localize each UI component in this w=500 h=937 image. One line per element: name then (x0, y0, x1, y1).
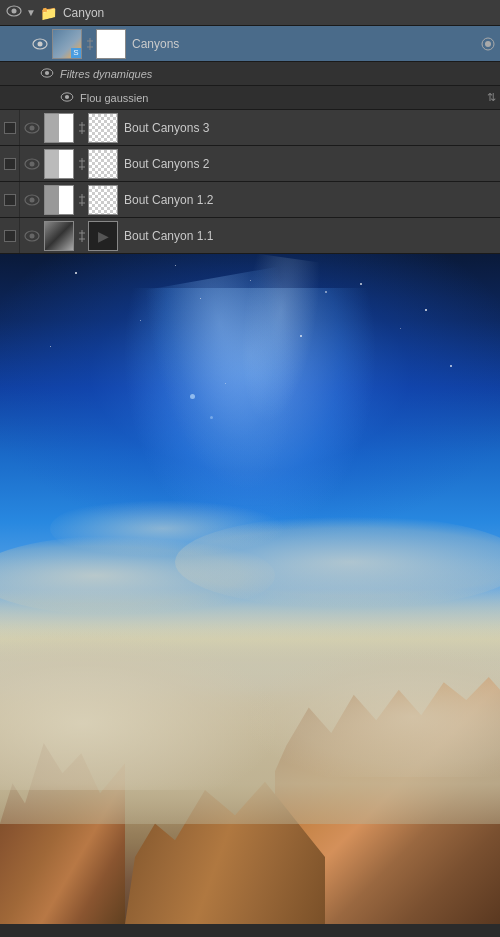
layer-group-header[interactable]: ▼ 📁 Canyon (0, 0, 500, 26)
moon-2 (210, 416, 213, 419)
layer-name-canyons: Canyons (128, 37, 476, 51)
layer-link-icon-canyons (84, 38, 96, 50)
layer-eye-canyon12[interactable] (20, 182, 44, 217)
svg-point-15 (30, 197, 35, 202)
layer-mask-thumbnail-canyons (96, 29, 126, 59)
gaussian-blur-eye[interactable] (60, 91, 74, 105)
layer-eye-canyon11[interactable] (20, 218, 44, 253)
layer-link-bout3 (76, 122, 88, 134)
layer-mask-bout2 (88, 149, 118, 179)
checkbox-box-canyon11[interactable] (4, 230, 16, 242)
layers-panel: ▼ 📁 Canyon S Canyons (0, 0, 500, 254)
layer-checkbox-bout3[interactable] (0, 110, 20, 145)
layer-name-bout3: Bout Canyons 3 (120, 121, 500, 135)
svg-point-17 (30, 233, 35, 238)
group-expand-triangle[interactable]: ▼ (26, 7, 36, 18)
layer-mask-canyon11: ▶ (88, 221, 118, 251)
moon-1 (190, 394, 195, 399)
layer-eye-bout3[interactable] (20, 110, 44, 145)
checkbox-box-bout2[interactable] (4, 158, 16, 170)
layer-name-canyon12: Bout Canyon 1.2 (120, 193, 500, 207)
layer-thumb-bout2 (44, 149, 74, 179)
cloud-bank-right (250, 643, 500, 777)
gaussian-blur-row[interactable]: Flou gaussien ⇅ (0, 86, 500, 110)
smart-filters-label: Filtres dynamiques (60, 68, 152, 80)
layer-thumb-canyon12 (44, 185, 74, 215)
cloud-bank-left (0, 623, 275, 791)
gaussian-blur-label: Flou gaussien (80, 92, 149, 104)
layer-thumb-bout3 (44, 113, 74, 143)
group-name-label: Canyon (63, 6, 104, 20)
svg-point-13 (30, 161, 35, 166)
svg-point-1 (12, 9, 17, 14)
canvas-area (0, 254, 500, 924)
layer-checkbox-bout2[interactable] (0, 146, 20, 181)
svg-point-7 (45, 70, 49, 74)
layer-mask-bout3 (88, 113, 118, 143)
layer-mask-canyon12 (88, 185, 118, 215)
svg-point-5 (485, 41, 491, 47)
layer-visibility-eye-canyons[interactable] (28, 26, 52, 61)
svg-point-11 (30, 125, 35, 130)
layer-name-bout2: Bout Canyons 2 (120, 157, 500, 171)
gaussian-blur-options[interactable]: ⇅ (487, 91, 496, 104)
smart-filters-eye[interactable] (40, 67, 54, 81)
layer-link-canyon11 (76, 230, 88, 242)
layer-thumbnail-canyons: S (52, 29, 82, 59)
layer-link-canyon12 (76, 194, 88, 206)
checkbox-box-canyon12[interactable] (4, 194, 16, 206)
smart-filters-row: Filtres dynamiques (0, 62, 500, 86)
layer-checkbox-canyon12[interactable] (0, 182, 20, 217)
layer-name-canyon11: Bout Canyon 1.1 (120, 229, 500, 243)
layer-row-canyon12[interactable]: Bout Canyon 1.2 (0, 182, 500, 218)
svg-point-9 (65, 94, 69, 98)
layer-row-bout2[interactable]: Bout Canyons 2 (0, 146, 500, 182)
group-visibility-eye[interactable] (6, 5, 22, 20)
layer-eye-bout2[interactable] (20, 146, 44, 181)
layer-options-canyons[interactable] (476, 37, 500, 51)
checkbox-box-bout3[interactable] (4, 122, 16, 134)
layer-row-canyon11[interactable]: ▶ Bout Canyon 1.1 (0, 218, 500, 254)
folder-icon: 📁 (40, 5, 57, 21)
layer-link-bout2 (76, 158, 88, 170)
layer-thumb-canyon11 (44, 221, 74, 251)
layer-row-canyons[interactable]: S Canyons (0, 26, 500, 62)
cloud-wisp-3 (50, 495, 300, 562)
layer-row-bout3[interactable]: Bout Canyons 3 (0, 110, 500, 146)
svg-point-3 (38, 41, 43, 46)
layer-checkbox-canyon11[interactable] (0, 218, 20, 253)
